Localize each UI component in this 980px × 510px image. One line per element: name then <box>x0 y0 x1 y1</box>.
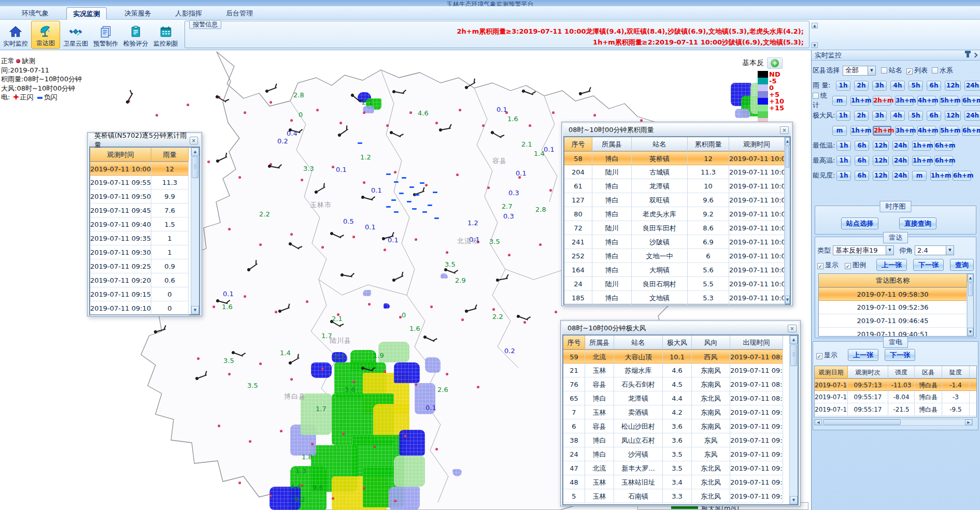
close-icon[interactable]: × <box>190 137 198 144</box>
range-button[interactable]: 1h+m <box>912 141 931 151</box>
range-button[interactable]: 12h <box>945 111 961 121</box>
range-button[interactable]: 1h <box>836 171 851 181</box>
menu-tab[interactable]: 决策服务 <box>118 7 158 20</box>
checkbox[interactable] <box>813 93 819 99</box>
prev-image-button[interactable]: 上一张 <box>876 259 907 271</box>
vertical-scrollbar[interactable]: ▲ ▼ <box>191 148 199 314</box>
table-row[interactable]: 2019-07-1109:57:13-11.03博白县-1.4 <box>815 378 977 391</box>
column-header[interactable]: 序号 <box>564 137 592 151</box>
column-header[interactable]: 出现时间 <box>730 336 783 349</box>
alert-scroll-up-icon[interactable]: ▲ <box>812 23 818 28</box>
range-button[interactable]: 6h <box>927 111 941 121</box>
tool-button[interactable]: 预警制作 <box>91 21 120 49</box>
alert-scroll-down-icon[interactable]: ▼ <box>812 42 818 48</box>
scroll-up-icon[interactable]: ▲ <box>785 137 790 145</box>
table-row[interactable]: 2019-07-11 09:150 <box>90 287 191 301</box>
range-button[interactable]: m <box>832 126 847 136</box>
district-select[interactable]: 全部 ▼ <box>843 66 876 76</box>
column-header[interactable]: 序号 <box>563 336 585 349</box>
checkbox[interactable] <box>881 67 887 74</box>
range-button[interactable]: 12h <box>945 81 961 91</box>
range-button[interactable]: 6h+m <box>934 141 953 151</box>
range-button[interactable]: 24h <box>964 81 980 91</box>
column-header[interactable]: 观测时间 <box>729 137 785 151</box>
range-button[interactable]: 6h+m <box>953 171 971 181</box>
menu-tab[interactable]: 环境气象 <box>16 7 55 20</box>
vertical-scrollbar[interactable]: ▲ ▼ <box>785 137 790 304</box>
range-button[interactable]: 1h <box>836 141 851 151</box>
next-image-button[interactable]: 下一张 <box>913 259 944 271</box>
table-row[interactable]: 185博白文地镇5.32019-07-11 10:00 <box>564 291 785 305</box>
scroll-up-icon[interactable]: ▲ <box>968 274 973 282</box>
chevron-down-icon[interactable]: ▼ <box>868 66 875 75</box>
direct-query-button[interactable]: 直接查询 <box>899 217 936 229</box>
scroll-thumb[interactable] <box>790 344 797 366</box>
table-row[interactable]: 65博白龙潭镇4.4东北风2019-07-11 08:34 <box>563 391 789 405</box>
table-row[interactable]: 47北流新丰大罗...3.5东北风2019-07-11 09:12 <box>563 461 789 475</box>
column-header[interactable]: 雷达图名称 <box>819 274 967 287</box>
column-header[interactable]: 累积雨量 <box>688 137 729 151</box>
table-row[interactable]: 21玉林苏烟水库4.6东南风2019-07-11 09:49 <box>563 363 789 377</box>
column-header[interactable]: 误 <box>970 366 977 378</box>
scroll-up-icon[interactable]: ▲ <box>790 336 798 344</box>
close-icon[interactable]: × <box>788 325 797 332</box>
range-button[interactable]: 4h+m <box>917 96 936 106</box>
checkbox[interactable]: ✓ <box>845 263 851 269</box>
table-row[interactable]: 2019-07-11 09:58:30 <box>819 287 967 301</box>
scroll-left-icon[interactable]: ◀ <box>815 419 822 425</box>
popup-titlebar[interactable]: 英桥镇(N5702)逐5分钟累计雨量 × <box>89 134 200 147</box>
pin-icon[interactable] <box>967 53 969 57</box>
table-row[interactable]: 2019-07-11 10:0012 <box>90 162 191 176</box>
column-header[interactable]: 风向 <box>692 336 730 349</box>
range-button[interactable]: 1h+m <box>912 156 931 166</box>
station-select-button[interactable]: 站点选择 <box>841 217 878 229</box>
popup-titlebar[interactable]: 08时~10时00分钟极大风 × <box>562 322 799 334</box>
range-button[interactable]: 12h <box>873 156 889 166</box>
range-button[interactable]: 3h+m <box>895 96 914 106</box>
column-header[interactable]: 雨量 <box>151 148 189 162</box>
table-row[interactable]: 2019-07-1109:55:17-21.5博白县-9.511 <box>815 403 977 416</box>
range-button[interactable]: 24h <box>964 111 980 121</box>
table-row[interactable]: 2019-07-11 09:100 <box>90 301 191 315</box>
range-button[interactable]: 4h <box>890 81 905 91</box>
range-button[interactable]: 5h <box>908 111 923 121</box>
range-button[interactable]: 3h <box>872 111 887 121</box>
column-header[interactable]: 观测时间 <box>90 148 151 162</box>
scroll-thumb[interactable] <box>968 283 973 296</box>
range-button[interactable]: 5h+m <box>940 96 958 106</box>
table-row[interactable]: 2019-07-11 09:509.9 <box>90 190 191 203</box>
range-button[interactable]: 6h <box>855 156 869 166</box>
column-header[interactable]: 站名 <box>614 336 663 349</box>
range-button[interactable]: 3h+m <box>895 126 914 136</box>
table-row[interactable]: 76容县石头石剑村4.5东南风2019-07-11 08:08 <box>563 377 789 391</box>
popup-titlebar[interactable]: 08时~10时00分钟累积雨量 × <box>563 124 791 136</box>
range-button[interactable]: 6h <box>927 81 941 91</box>
column-header[interactable]: 区县 <box>915 366 942 378</box>
scroll-down-icon[interactable]: ▼ <box>785 296 790 304</box>
range-button[interactable]: m <box>912 171 927 181</box>
scroll-thumb[interactable] <box>823 419 901 425</box>
horizontal-scrollbar[interactable]: ◀ ▶ <box>814 419 973 426</box>
table-row[interactable]: 59北流大容山顶10.1西风2019-07-11 08:47 <box>563 349 789 363</box>
radar-elev-select[interactable]: 2.4 ▼ <box>915 245 954 255</box>
column-header[interactable]: 陡度 <box>942 366 970 378</box>
range-button[interactable]: 12h <box>873 171 889 181</box>
chevron-down-icon[interactable]: ▼ <box>886 246 893 255</box>
range-button[interactable]: 1h <box>836 111 850 121</box>
scroll-down-icon[interactable]: ▼ <box>968 328 973 336</box>
range-button[interactable]: 6h+m <box>962 96 980 106</box>
column-header[interactable]: 观测时次 <box>848 366 888 378</box>
range-button[interactable]: 2h+m <box>873 96 891 106</box>
table-row[interactable]: 127博白双旺镇9.62019-07-11 10:00 <box>564 193 785 207</box>
table-row[interactable]: 48玉林玉林站旧址3.4东北风2019-07-11 09:09 <box>563 475 789 489</box>
table-row[interactable]: 164博白大垌镇5.62019-07-11 10:00 <box>564 263 785 277</box>
column-header[interactable]: 观测日期 <box>815 366 848 378</box>
tool-button[interactable]: 卫星云图 <box>61 21 90 49</box>
tool-button[interactable]: 监控刷新 <box>151 21 180 49</box>
range-button[interactable]: 2h <box>854 81 869 91</box>
table-row[interactable]: 5玉林石南镇3.3东北风2019-07-11 09:59 <box>563 489 789 503</box>
table-row[interactable]: 6容县松山沙田村3.6东南风2019-07-11 09:59 <box>563 419 789 433</box>
prev-image-button[interactable]: 上一张 <box>848 349 878 361</box>
range-button[interactable]: 5h+m <box>940 126 958 136</box>
table-row[interactable]: 72陆川良田车田村8.62019-07-11 10:00 <box>564 221 785 235</box>
